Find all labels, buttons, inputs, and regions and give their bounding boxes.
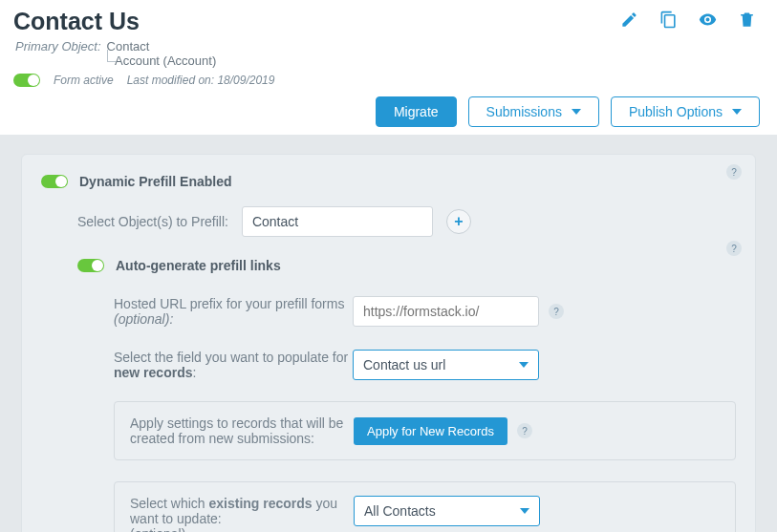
primary-object-label: Primary Object:: [15, 39, 101, 53]
prefill-panel: ? ? Dynamic Prefill Enabled Select Objec…: [21, 154, 756, 532]
publish-options-label: Publish Options: [629, 104, 723, 119]
help-icon[interactable]: ?: [549, 304, 564, 319]
apply-settings-label: Apply settings to records that will be c…: [130, 415, 354, 446]
add-object-button[interactable]: +: [446, 209, 471, 234]
hosted-url-input[interactable]: [353, 296, 539, 327]
apply-new-records-box: Apply settings to records that will be c…: [114, 401, 736, 460]
autogen-toggle[interactable]: [77, 259, 104, 272]
action-icon-bar: [620, 8, 760, 35]
chevron-down-icon: [520, 508, 529, 514]
migrate-button[interactable]: Migrate: [376, 96, 457, 127]
last-modified-label: Last modified on: 18/09/2019: [127, 74, 275, 87]
eye-icon[interactable]: [699, 11, 717, 32]
apply-new-records-button[interactable]: Apply for New Records: [354, 417, 507, 445]
existing-records-box: Select which existing records you want t…: [114, 481, 736, 532]
submissions-label: Submissions: [486, 104, 562, 119]
publish-options-dropdown[interactable]: Publish Options: [611, 96, 760, 127]
page-title: Contact Us: [13, 8, 140, 35]
primary-object-child: Account (Account): [0, 53, 777, 68]
chevron-down-icon: [519, 362, 529, 368]
dynamic-prefill-toggle[interactable]: [41, 175, 68, 188]
field-new-records-label: Select the field you want to populate fo…: [114, 350, 353, 380]
dynamic-prefill-label: Dynamic Prefill Enabled: [79, 174, 232, 189]
chevron-down-icon: [572, 109, 581, 115]
chevron-down-icon: [732, 109, 742, 115]
existing-records-select[interactable]: All Contacts: [354, 496, 540, 526]
new-records-field-value: Contact us url: [363, 357, 445, 372]
submissions-dropdown[interactable]: Submissions: [468, 96, 599, 127]
copy-icon[interactable]: [659, 11, 678, 32]
select-objects-input[interactable]: [242, 206, 433, 237]
form-active-label: Form active: [54, 74, 114, 87]
edit-icon[interactable]: [620, 11, 638, 32]
help-icon[interactable]: ?: [517, 423, 532, 438]
trash-icon[interactable]: [738, 11, 756, 32]
help-icon[interactable]: ?: [726, 241, 742, 256]
existing-records-value: All Contacts: [364, 503, 436, 519]
autogen-label: Auto-generate prefill links: [116, 258, 281, 273]
select-objects-label: Select Object(s) to Prefill:: [77, 214, 228, 229]
help-icon[interactable]: ?: [726, 164, 742, 180]
existing-records-label: Select which existing records you want t…: [130, 496, 354, 532]
form-active-toggle[interactable]: [13, 74, 40, 87]
hosted-url-label: Hosted URL prefix for your prefill forms…: [114, 296, 353, 327]
new-records-field-select[interactable]: Contact us url: [353, 350, 539, 380]
